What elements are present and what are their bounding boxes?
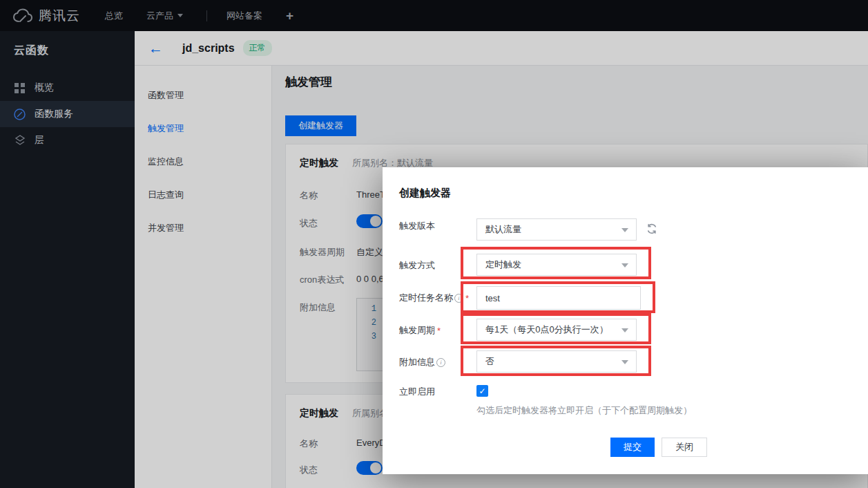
extra-info-label: 附加信息i	[399, 356, 445, 368]
enable-now-label: 立即启用	[399, 386, 435, 398]
refresh-icon[interactable]	[646, 223, 658, 235]
chevron-down-icon	[621, 263, 628, 268]
check-icon: ✓	[479, 386, 485, 396]
info-icon[interactable]: i	[454, 294, 463, 303]
modal-title: 创建触发器	[399, 187, 451, 200]
chevron-down-icon	[621, 328, 628, 332]
info-icon[interactable]: i	[436, 358, 445, 367]
trigger-version-label: 触发版本	[399, 220, 435, 232]
task-name-input[interactable]	[476, 286, 641, 310]
trigger-version-select[interactable]: 默认流量	[476, 218, 637, 241]
required-star: *	[465, 293, 469, 303]
submit-button[interactable]: 提交	[610, 438, 655, 457]
task-name-label: 定时任务名称i*	[399, 292, 469, 304]
trigger-cycle-select[interactable]: 每1天（每天0点0分执行一次）	[476, 319, 637, 341]
chevron-down-icon	[621, 228, 628, 232]
create-trigger-modal: 创建触发器 触发版本 默认流量 触发方式 定时触发 定时任务名称i* 触发周期*	[383, 167, 868, 474]
trigger-type-select[interactable]: 定时触发	[476, 254, 637, 276]
chevron-down-icon	[621, 360, 628, 364]
enable-now-checkbox[interactable]: ✓	[476, 385, 488, 397]
required-star: *	[437, 326, 441, 336]
trigger-cycle-label: 触发周期*	[399, 324, 441, 337]
enable-helper-text: 勾选后定时触发器将立即开启（于下个配置周期触发）	[476, 404, 692, 417]
trigger-type-label: 触发方式	[399, 259, 435, 272]
extra-info-select[interactable]: 否	[476, 350, 637, 373]
close-button[interactable]: 关闭	[662, 438, 707, 457]
screen: 腾讯云 总览 云产品 网站备案 + 云函数 概览	[0, 0, 868, 488]
